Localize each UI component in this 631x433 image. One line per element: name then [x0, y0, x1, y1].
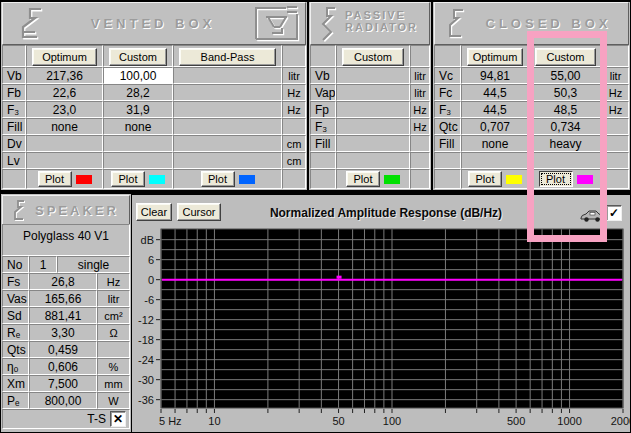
value-cell: single	[57, 256, 130, 273]
clear-button[interactable]: Clear	[136, 203, 172, 221]
unit-cell: %	[97, 358, 130, 375]
unit-cell	[282, 118, 306, 135]
speaker-header: SPEAKER	[2, 195, 130, 225]
value-cell: 7,500	[29, 375, 97, 392]
row-label: Fill	[434, 135, 461, 152]
unit-cell: cm²	[97, 307, 130, 324]
unit-cell: Ω	[97, 324, 130, 341]
vented-box-diagram-icon	[253, 5, 301, 43]
plot-button[interactable]: Plot	[38, 171, 72, 187]
svg-text:-6: -6	[144, 294, 154, 306]
row-label: No	[2, 256, 29, 273]
plot-button[interactable]: Plot	[468, 171, 502, 187]
value-cell: 3,30	[29, 324, 97, 341]
row-label: Vap	[310, 84, 336, 101]
plot-color-chip	[239, 175, 255, 184]
svg-text:500: 500	[507, 415, 525, 427]
plot-color-chip	[384, 175, 400, 184]
value-cell: 44,5	[461, 101, 529, 118]
svg-text:-36: -36	[138, 394, 154, 406]
value-cell	[336, 84, 410, 101]
row-label: Qtc	[434, 118, 461, 135]
value-cell	[173, 101, 282, 118]
unit-cell: litr	[410, 67, 430, 84]
empty-cell	[282, 169, 306, 189]
empty-cell	[410, 45, 430, 67]
svg-text:-18: -18	[138, 334, 154, 346]
value-cell	[103, 152, 173, 169]
value-cell	[173, 152, 282, 169]
empty-cell	[2, 169, 26, 189]
value-cell: 0,707	[461, 118, 529, 135]
value-cell: none	[103, 118, 173, 135]
plot-button[interactable]: Plot	[201, 171, 235, 187]
empty-cell	[410, 169, 430, 189]
value-cell: 28,2	[103, 84, 173, 101]
plot-button[interactable]: Plot	[346, 171, 380, 187]
custom-column-button[interactable]: Custom	[342, 48, 404, 66]
value-cell: 31,9	[103, 101, 173, 118]
header-cell: Optimum	[26, 45, 103, 67]
value-cell	[26, 152, 103, 169]
speaker-driver-icon	[8, 198, 28, 222]
graph-checkbox[interactable]: ✓	[606, 205, 622, 221]
unit-cell: W	[97, 392, 130, 409]
speaker-driver-icon	[8, 5, 50, 43]
speaker-no-row: No 1 single	[2, 256, 130, 273]
row-label: Fill	[310, 135, 336, 152]
value-input-cell[interactable]: 100,00	[103, 67, 173, 84]
row-label: F₃	[310, 118, 336, 135]
row-label: Fs	[2, 273, 29, 290]
plot-cell-custom: Plot	[103, 169, 173, 189]
unit-cell	[97, 341, 130, 358]
speaker-panel: SPEAKER Polyglass 40 V1 No 1 single Fs 2…	[1, 194, 131, 432]
value-cell: 26,8	[29, 273, 97, 290]
panel-title: SPEAKER	[35, 203, 119, 218]
value-cell: 0,459	[29, 341, 97, 358]
ts-label: T-S	[87, 412, 106, 426]
value-cell: 881,41	[29, 307, 97, 324]
passive-radiator-panel: PASSIVE RADIATOR Custom Vb litr Vap litr…	[309, 2, 431, 190]
empty-cell	[336, 152, 410, 169]
optimum-column-button[interactable]: Optimum	[467, 48, 523, 66]
header-cell: Optimum	[461, 45, 529, 67]
row-label: Fb	[2, 84, 26, 101]
svg-text:100: 100	[383, 415, 401, 427]
value-cell: 22,6	[26, 84, 103, 101]
panel-title-line2: RADIATOR	[345, 21, 418, 33]
svg-text:6: 6	[148, 254, 154, 266]
value-cell	[336, 67, 410, 84]
panel-title-line1: PASSIVE	[345, 9, 418, 21]
empty-cell	[461, 152, 529, 169]
value-cell	[26, 135, 103, 152]
vented-box-panel: VENTED BOX Optimum Custom Band-Pass Vb 2…	[1, 2, 307, 190]
svg-text:-24: -24	[138, 354, 154, 366]
row-label: Pₑ	[2, 392, 29, 409]
ts-checkbox[interactable]: ✕	[110, 411, 126, 427]
value-cell: 800,00	[29, 392, 97, 409]
row-label: Vb	[310, 67, 336, 84]
plot-button[interactable]: Plot	[111, 171, 145, 187]
empty-cell	[310, 152, 336, 169]
value-cell: none	[26, 118, 103, 135]
plot-color-chip	[76, 175, 92, 184]
value-cell	[336, 135, 410, 152]
plot-cell-optimum: Plot	[26, 169, 103, 189]
cursor-button[interactable]: Cursor	[177, 203, 221, 221]
svg-text:2000: 2000	[611, 415, 630, 427]
row-label: Xm	[2, 375, 29, 392]
svg-text:dB: dB	[141, 234, 154, 246]
value-cell	[173, 135, 282, 152]
custom-column-button[interactable]: Custom	[109, 48, 167, 66]
row-label: F₃	[2, 101, 26, 118]
empty-cell	[434, 152, 461, 169]
unit-cell: litr	[282, 67, 306, 84]
optimum-column-button[interactable]: Optimum	[32, 48, 97, 66]
plot-color-chip	[506, 175, 522, 184]
row-label: Rₑ	[2, 324, 29, 341]
value-cell: none	[461, 135, 529, 152]
row-label: Vas	[2, 290, 29, 307]
bandpass-column-button[interactable]: Band-Pass	[179, 48, 276, 66]
row-label: Lv	[2, 152, 26, 169]
empty-cell	[434, 169, 461, 189]
